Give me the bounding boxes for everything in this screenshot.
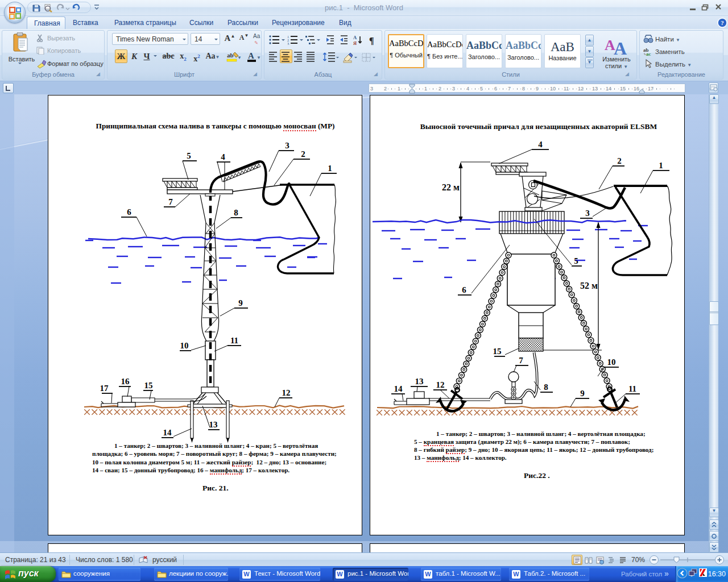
svg-text:6: 6 — [462, 285, 466, 294]
svg-text:17: 17 — [100, 384, 109, 393]
svg-text:22 м: 22 м — [442, 182, 460, 192]
svg-text:1: 1 — [328, 164, 332, 173]
svg-text:Я: Я — [353, 40, 357, 46]
svg-text:11: 11 — [230, 336, 238, 345]
svg-text:10: 10 — [607, 357, 616, 367]
svg-text:3: 3 — [585, 209, 590, 218]
svg-text:А: А — [248, 51, 254, 60]
svg-text:3: 3 — [285, 141, 289, 150]
svg-text:6: 6 — [127, 207, 131, 217]
svg-text:14: 14 — [163, 428, 172, 437]
svg-text:?: ? — [721, 19, 724, 26]
svg-text:5: 5 — [574, 256, 578, 265]
svg-text:8: 8 — [234, 208, 238, 217]
svg-text:13: 13 — [209, 420, 218, 429]
svg-text:4: 4 — [221, 152, 225, 161]
svg-text:14: 14 — [394, 384, 403, 393]
svg-text:15: 15 — [144, 381, 153, 390]
svg-text:A: A — [614, 38, 627, 56]
svg-text:13: 13 — [415, 377, 424, 386]
svg-text:9: 9 — [580, 389, 585, 398]
svg-text:9: 9 — [238, 298, 243, 307]
svg-text:ac: ac — [646, 51, 651, 56]
svg-text:52 м: 52 м — [580, 281, 598, 290]
svg-text:12: 12 — [436, 380, 445, 389]
svg-text:8: 8 — [544, 383, 548, 392]
svg-text:7: 7 — [519, 356, 523, 365]
svg-text:7: 7 — [168, 197, 173, 206]
svg-text:2: 2 — [301, 149, 305, 159]
svg-text:3: 3 — [287, 41, 289, 45]
svg-text:10: 10 — [180, 341, 189, 350]
svg-text:2: 2 — [617, 156, 622, 165]
svg-text:16: 16 — [121, 377, 130, 386]
svg-text:12: 12 — [282, 388, 291, 397]
svg-text:4: 4 — [538, 140, 543, 149]
svg-text:¶: ¶ — [369, 36, 374, 45]
svg-text:А: А — [353, 35, 357, 40]
svg-text:15: 15 — [493, 347, 502, 356]
svg-text:11: 11 — [628, 384, 636, 393]
svg-text:1: 1 — [659, 161, 663, 170]
svg-text:5: 5 — [187, 151, 191, 160]
svg-text:ab: ab — [227, 52, 234, 59]
